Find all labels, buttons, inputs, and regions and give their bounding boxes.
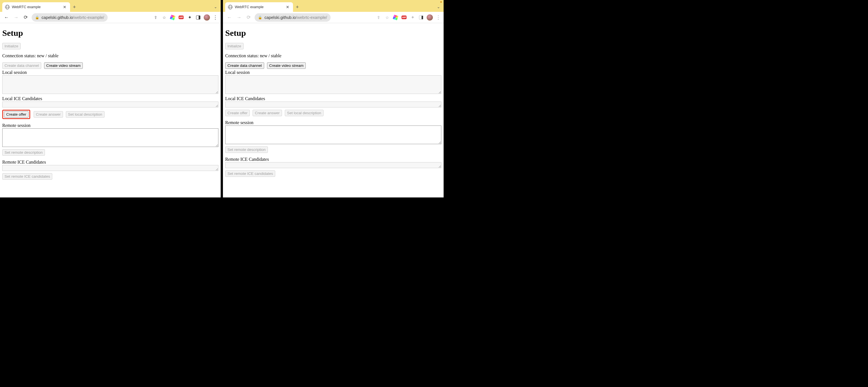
- browser-tab[interactable]: WebRTC example ✕: [225, 2, 293, 12]
- globe-icon: [5, 5, 10, 9]
- create-data-channel-button: Create data channel: [2, 62, 41, 69]
- kebab-menu-icon[interactable]: ⋮: [213, 14, 218, 21]
- local-ice-label: Local ICE Candidates: [2, 96, 218, 101]
- tab-list-chevron-icon[interactable]: ⌄: [214, 4, 217, 9]
- local-session-textarea: [225, 75, 441, 94]
- local-session-label: Local session: [2, 70, 218, 75]
- profile-avatar[interactable]: [204, 14, 210, 21]
- create-offer-button: Create offer: [225, 110, 250, 116]
- remote-ice-label: Remote ICE Candidates: [2, 160, 218, 165]
- initialize-button: Initialize: [225, 43, 244, 49]
- local-session-textarea: [2, 75, 218, 94]
- tab-title: WebRTC example: [12, 5, 60, 9]
- url-text: capelski.github.io/webrtc-example/: [41, 15, 104, 20]
- set-remote-description-button: Set remote description: [2, 149, 45, 156]
- reload-button[interactable]: ⟳: [245, 14, 252, 21]
- kebab-menu-icon[interactable]: ⋮: [436, 14, 441, 21]
- bookmark-star-icon[interactable]: ☆: [161, 15, 167, 20]
- connection-status: Connection status: new / stable: [225, 53, 441, 59]
- tab-strip: WebRTC example ✕ + ⌄: [223, 0, 444, 12]
- initialize-button: Initialize: [2, 43, 21, 49]
- browser-toolbar: ← → ⟳ 🔒 capelski.github.io/webrtc-exampl…: [0, 12, 221, 23]
- adblock-icon[interactable]: ABP: [401, 15, 407, 20]
- create-video-stream-button[interactable]: Create video stream: [267, 62, 306, 69]
- tab-title: WebRTC example: [235, 5, 283, 9]
- lock-icon: 🔒: [35, 15, 39, 20]
- forward-button: →: [12, 14, 20, 21]
- side-panel-icon[interactable]: [418, 15, 424, 20]
- back-button[interactable]: ←: [3, 14, 10, 21]
- create-answer-button: Create answer: [34, 111, 63, 118]
- window-divider[interactable]: [221, 0, 223, 198]
- connection-status: Connection status: new / stable: [2, 53, 218, 59]
- color-extension-icon[interactable]: [393, 15, 398, 20]
- set-local-description-button: Set local description: [285, 110, 323, 116]
- close-tab-icon[interactable]: ✕: [285, 5, 290, 9]
- address-bar[interactable]: 🔒 capelski.github.io/webrtc-example/: [32, 13, 107, 22]
- tab-list-chevron-icon[interactable]: ⌄: [437, 4, 440, 9]
- local-ice-textarea: [225, 102, 441, 107]
- remote-ice-textarea[interactable]: [2, 165, 218, 171]
- page-content: Setup Initialize Connection status: new …: [0, 23, 221, 198]
- set-remote-description-button: Set remote description: [225, 146, 268, 153]
- set-local-description-button: Set local description: [66, 111, 104, 118]
- browser-toolbar: ← → ⟳ 🔒 capelski.github.io/webrtc-exampl…: [223, 12, 444, 23]
- forward-button: →: [236, 14, 243, 21]
- adblock-icon[interactable]: ABP: [178, 15, 184, 20]
- create-answer-button: Create answer: [253, 110, 282, 116]
- page-heading: Setup: [2, 28, 218, 38]
- toolbar-right: ⇪ ☆ ABP ✦ ⋮: [153, 14, 218, 21]
- browser-window-left: WebRTC example ✕ + ⌄ ← → ⟳ 🔒 capelski.gi…: [0, 0, 221, 198]
- set-remote-ice-button: Set remote ICE candidates: [225, 170, 275, 177]
- remote-ice-label: Remote ICE Candidates: [225, 157, 441, 162]
- local-ice-textarea: [2, 102, 218, 107]
- remote-session-label: Remote session: [2, 123, 218, 128]
- back-button: ←: [226, 14, 233, 21]
- create-offer-button[interactable]: Create offer: [4, 111, 29, 118]
- create-data-channel-button[interactable]: Create data channel: [225, 62, 264, 69]
- url-text: capelski.github.io/webrtc-example/: [265, 15, 327, 20]
- page-content: Setup Initialize Connection status: new …: [223, 23, 444, 198]
- set-remote-ice-button: Set remote ICE candidates: [2, 173, 52, 180]
- toolbar-right: ⇪ ☆ ABP ✦ ⋮: [376, 14, 441, 21]
- side-panel-icon[interactable]: [195, 15, 201, 20]
- remote-session-label: Remote session: [225, 120, 441, 125]
- remote-session-textarea[interactable]: [225, 126, 441, 144]
- globe-icon: [228, 5, 232, 9]
- window-controls[interactable]: [440, 1, 442, 3]
- lock-icon: 🔒: [258, 15, 262, 20]
- browser-window-right: WebRTC example ✕ + ⌄ ← → ⟳ 🔒 capelski.gi…: [223, 0, 444, 198]
- remote-ice-textarea[interactable]: [225, 162, 441, 168]
- bookmark-star-icon[interactable]: ☆: [384, 15, 390, 20]
- create-offer-highlight: Create offer: [2, 110, 30, 119]
- create-video-stream-button[interactable]: Create video stream: [44, 62, 83, 69]
- close-tab-icon[interactable]: ✕: [62, 5, 67, 9]
- color-extension-icon[interactable]: [170, 15, 176, 20]
- tab-strip: WebRTC example ✕ + ⌄: [0, 0, 221, 12]
- share-icon[interactable]: ⇪: [376, 15, 381, 20]
- local-session-label: Local session: [225, 70, 441, 75]
- address-bar[interactable]: 🔒 capelski.github.io/webrtc-example/: [255, 13, 331, 22]
- page-heading: Setup: [225, 28, 441, 38]
- extensions-puzzle-icon[interactable]: ✦: [410, 15, 415, 20]
- new-tab-button[interactable]: +: [70, 4, 79, 10]
- new-tab-button[interactable]: +: [293, 4, 302, 10]
- share-icon[interactable]: ⇪: [153, 15, 158, 20]
- reload-button[interactable]: ⟳: [22, 14, 29, 21]
- profile-avatar[interactable]: [427, 14, 433, 21]
- remote-session-textarea[interactable]: [2, 128, 218, 147]
- browser-tab[interactable]: WebRTC example ✕: [2, 2, 70, 12]
- local-ice-label: Local ICE Candidates: [225, 96, 441, 101]
- extensions-puzzle-icon[interactable]: ✦: [187, 15, 192, 20]
